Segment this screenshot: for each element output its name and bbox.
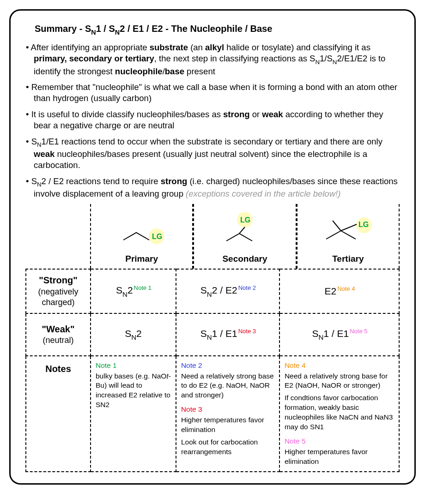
reaction-text: S (116, 285, 122, 295)
bullet-list: After identifying an appropriate substra… (25, 42, 400, 199)
notes-head: Notes (26, 356, 91, 472)
note-ref: Note 1 (134, 284, 152, 291)
note-label: Note 4 (285, 361, 394, 371)
note-label: Note 5 (285, 437, 394, 446)
bullet-item: Remember that "nucleophile" is what we c… (25, 82, 400, 104)
weak-secondary-cell: SN1 / E1Note 3 (176, 313, 279, 356)
col-label-secondary: Secondary (222, 254, 267, 264)
note-ref: Note 3 (238, 328, 256, 335)
tertiary-structure: LG Tertiary (297, 204, 400, 269)
note-text: Need a relatively strong base to do E2 (… (181, 372, 274, 401)
notes-row: Notes Note 1 bulky bases (e.g. NaOt-Bu) … (26, 356, 399, 472)
strong-primary-cell: SN2Note 1 (91, 269, 176, 313)
note-text: bulky bases (e.g. NaOt-Bu) will lead to … (96, 372, 171, 410)
bullet-item: After identifying an appropriate substra… (25, 42, 400, 77)
notes-secondary: Note 2 Need a relatively strong base to … (176, 356, 279, 472)
lg-label: LG (240, 216, 250, 224)
row-head-label: "Weak" (42, 324, 75, 334)
bullet-item: SN2 / E2 reactions tend to require stron… (25, 176, 400, 200)
structure-row: LG Primary LG Secondary LG Tertiary (25, 204, 400, 269)
note-ref: Note 2 (238, 284, 256, 291)
strong-row-head: "Strong" (negatively charged) (26, 269, 91, 313)
secondary-structure: LG Secondary (193, 204, 296, 269)
svg-line-3 (326, 231, 341, 239)
lg-label: LG (358, 221, 369, 228)
weak-primary-cell: SN2 (91, 313, 176, 356)
note-ref: Note 4 (337, 285, 355, 292)
row-head-sub: (negatively charged) (38, 287, 78, 307)
note-text: Higher temperatures favor elimination (181, 415, 274, 435)
notes-tertiary: Note 4 Need a relatively strong base for… (279, 356, 399, 472)
strong-tertiary-cell: E2Note 4 (279, 269, 399, 313)
col-label-tertiary: Tertiary (332, 254, 364, 264)
col-label-primary: Primary (125, 254, 158, 264)
title-frag: 1 / S (96, 24, 115, 34)
strong-row: "Strong" (negatively charged) SN2Note 1 … (26, 269, 399, 313)
note-text: If condtions favor carbocation formation… (285, 393, 394, 432)
weak-row-head: "Weak" (neutral) (26, 313, 91, 356)
note-label: Note 3 (181, 405, 274, 414)
notes-primary: Note 1 bulky bases (e.g. NaOt-Bu) will l… (91, 356, 176, 472)
note-text: Higher temperatures favor elimination (285, 447, 394, 467)
primary-structure: LG Primary (90, 204, 193, 269)
summary-card: Summary - SN1 / SN2 / E1 / E2 - The Nucl… (9, 9, 416, 485)
row-head-label: "Strong" (39, 275, 77, 285)
note-text: Look out for carbocation rearrangements (181, 438, 274, 457)
note-ref: Note 5 (350, 328, 367, 335)
primary-molecule-icon: LG (114, 217, 170, 249)
weak-tertiary-cell: SN1 / E1Note 5 (279, 313, 399, 356)
secondary-molecule-icon: LG (212, 212, 277, 249)
bullet-item: SN1/E1 reactions tend to occur when the … (25, 136, 400, 171)
lg-label: LG (152, 233, 162, 240)
svg-line-5 (333, 221, 341, 231)
tertiary-molecule-icon: LG (313, 212, 382, 249)
title-frag: Summary - S (35, 24, 91, 34)
title-frag: 2 / E1 / E2 - The Nucleophile / Base (120, 24, 272, 34)
bullet-item: It is useful to divide classify nucleoph… (25, 109, 400, 132)
title: Summary - SN1 / SN2 / E1 / E2 - The Nucl… (35, 24, 400, 36)
weak-row: "Weak" (neutral) SN2 SN1 / E1Note 3 SN1 … (26, 313, 399, 356)
note-label: Note 2 (181, 361, 274, 371)
svg-line-4 (341, 231, 356, 239)
row-head-sub: (neutral) (42, 336, 73, 345)
note-text: Need a relatively strong base for E2 (Na… (285, 372, 394, 391)
strong-secondary-cell: SN2 / E2Note 2 (176, 269, 279, 313)
svg-line-6 (341, 224, 357, 231)
reaction-table: "Strong" (negatively charged) SN2Note 1 … (25, 269, 400, 472)
note-label: Note 1 (96, 361, 171, 371)
